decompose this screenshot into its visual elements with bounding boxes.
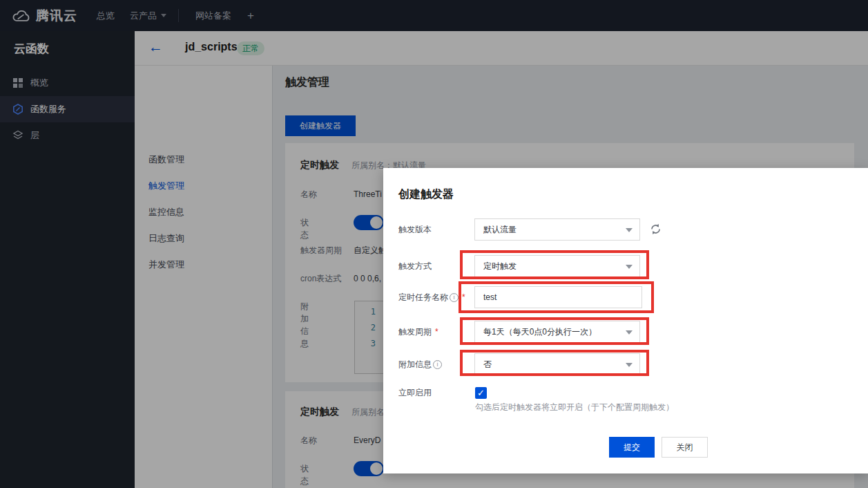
trigger-period-label: 触发周期* (398, 321, 438, 343)
trigger-period-select[interactable]: 每1天（每天0点0分执行一次） (474, 321, 640, 343)
extra-info-label: 附加信息i (398, 353, 442, 375)
chevron-down-icon (626, 265, 633, 269)
info-icon[interactable]: i (433, 360, 442, 369)
required-asterisk: * (435, 327, 438, 337)
enable-now-hint: 勾选后定时触发器将立即开启（于下个配置周期触发） (475, 402, 674, 413)
task-name-input[interactable] (474, 286, 642, 308)
chevron-down-icon (626, 330, 633, 335)
trigger-method-label: 触发方式 (398, 255, 432, 277)
trigger-version-label: 触发版本 (398, 218, 432, 241)
info-icon[interactable]: i (450, 293, 459, 302)
chevron-down-icon (626, 363, 633, 367)
modal-title: 创建触发器 (398, 187, 454, 202)
extra-info-select[interactable]: 否 (474, 353, 640, 375)
app-window: 腾讯云 总览 云产品 网站备案 + 云函数 概览 函数服务 层 ← (0, 0, 868, 488)
trigger-version-select[interactable]: 默认流量 (474, 218, 640, 241)
enable-now-checkbox-checked[interactable]: ✓ (475, 387, 487, 399)
required-asterisk: * (462, 292, 465, 302)
create-trigger-modal: 创建触发器 触发版本 默认流量 触发方式 定时触发 定时任务名称i* (383, 168, 868, 473)
refresh-icon[interactable] (649, 223, 662, 238)
enable-now-label: 立即启用 (398, 382, 432, 404)
trigger-method-select[interactable]: 定时触发 (474, 255, 640, 277)
chevron-down-icon (626, 228, 633, 232)
submit-button[interactable]: 提交 (609, 437, 655, 458)
close-button[interactable]: 关闭 (662, 437, 708, 458)
task-name-label: 定时任务名称i* (398, 286, 465, 308)
